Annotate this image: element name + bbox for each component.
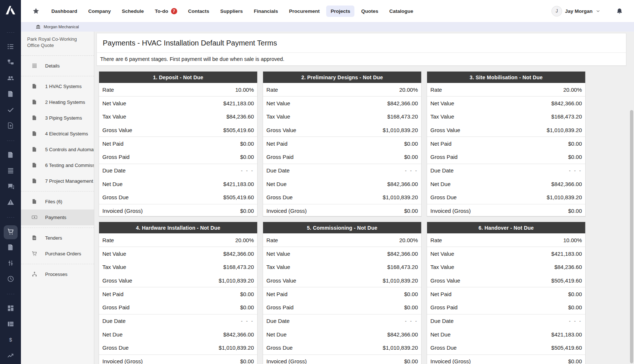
row-value: $0.00 [240,154,254,160]
rail-item-trend[interactable] [0,348,21,364]
rail-item-dashboard[interactable] [0,301,21,317]
row-label: Gross Paid [266,154,294,160]
stage-row-gross-paid: Gross Paid$0.00 [99,301,257,314]
stage-card-header: 5. Commissioning - Not Due [263,222,421,233]
row-label: Net Value [430,100,454,106]
rail-item-wrap [4,257,18,271]
nav-item-schedule[interactable]: Schedule [117,6,148,17]
sidebar-item-tenders[interactable]: Tenders [21,230,94,246]
row-value: $1,010,839.20 [383,277,418,284]
stage-row-gross-due: Gross Due$1,010,839.20 [263,190,421,204]
sidebar-item-1-hvac-systems[interactable]: 1 HVAC Systems [21,79,94,94]
nav-item-label: Catalogue [389,8,413,14]
row-value: $0.00 [240,208,254,214]
app-logo[interactable] [0,0,21,22]
row-label: Gross Value [102,127,132,133]
row-label: Gross Due [102,345,129,351]
sidebar-item-6-testing-and-commissioning[interactable]: 6 Testing and Commissioning [21,157,94,173]
sidebar-item-7-project-management[interactable]: 7 Project Management [21,173,94,189]
rail-item-check[interactable] [0,102,21,118]
rail-item-file-upload[interactable] [0,118,21,134]
favorite-star-icon[interactable] [32,7,40,15]
row-value: $84,236.60 [226,113,254,120]
nav-item-to-do[interactable]: To-do7 [150,5,181,17]
sidebar-item-purchase-orders[interactable]: Purchase Orders [21,246,94,262]
row-label: Gross Value [430,127,460,133]
rail-item-table[interactable] [0,317,21,332]
stage-row-rate: Rate10.00% [427,233,585,247]
rail-item-warning[interactable] [0,195,21,211]
payment-stage-card-2: 2. Preliminary Designs - Not DueRate20.0… [263,71,422,216]
quote-title-line2: Office Quote [27,43,54,48]
rail-item-wrap [4,225,18,239]
nav-item-label: Company [88,8,111,14]
row-value: $421,183.00 [223,181,254,187]
rail-item-list[interactable] [0,39,21,55]
sidebar-item-processes[interactable]: Processes [21,266,94,282]
rail-item-clock[interactable] [0,272,21,287]
sidebar-divider [21,228,94,228]
nav-item-projects[interactable]: Projects [326,6,354,17]
nav-item-contacts[interactable]: Contacts [184,6,214,17]
rail-item-users[interactable] [0,71,21,87]
doc-icon [32,99,37,105]
tune-icon [7,259,14,268]
rail-item-chat[interactable] [0,179,21,195]
avatar: J [551,6,562,17]
row-label: Rate [430,237,442,243]
nav-item-quotes[interactable]: Quotes [357,6,383,17]
rail-item-document[interactable] [0,148,21,163]
todo-count-badge: 7 [171,8,177,14]
sidebar-item-label: Payments [45,215,66,220]
logo-mark-icon [4,4,17,18]
row-label: Due Date [430,318,453,324]
row-value: - - - [405,318,418,324]
sidebar-item-label: Files (6) [45,199,62,204]
row-value: $421,183.00 [223,100,254,106]
rail-item-cart[interactable] [0,224,21,240]
notifications-bell-icon[interactable] [616,8,623,15]
sidebar-item-label: Purchase Orders [45,251,81,256]
nav-item-procurement[interactable]: Procurement [285,6,324,17]
trend-icon [7,352,14,361]
row-label: Net Due [266,331,287,338]
nav-item-label: To-do [155,8,168,14]
row-value: $0.00 [240,141,254,147]
rail-item-dollar[interactable]: $ [0,332,21,348]
nav-item-dashboard[interactable]: Dashboard [47,6,82,17]
sidebar-item-4-electrical-systems[interactable]: 4 Electrical Systems [21,126,94,142]
sidebar-item-details[interactable]: Details [21,58,94,74]
rail-item-rows[interactable] [0,163,21,179]
rail-item-wrap [4,56,18,70]
rail-item-sitemap[interactable] [0,55,21,71]
payments-header-card: Payments - HVAC Installation Default Pay… [96,33,626,66]
rail-item-document[interactable] [0,87,21,102]
rail-item-tune[interactable] [0,256,21,272]
nav-item-suppliers[interactable]: Suppliers [216,6,247,17]
rail-item-document[interactable] [0,240,21,256]
sidebar-item-files-6[interactable]: Files (6) [21,194,94,210]
stage-row-gross-due: Gross Due$505,419.60 [99,190,257,204]
sidebar-item-label: 3 Piping Systems [45,115,82,121]
row-value: $0.00 [240,291,254,297]
row-value: $168,473.20 [387,264,418,270]
doc-icon [32,115,37,121]
processes-icon [32,271,37,277]
stage-row-net-due: Net Due$842,366.00 [263,177,421,190]
stage-row-gross-value: Gross Value$1,010,839.20 [263,123,421,137]
nav-item-financials[interactable]: Financials [249,6,283,17]
sidebar-item-5-controls-and-automation[interactable]: 5 Controls and Automation [21,142,94,157]
payment-stage-card-4: 4. Hardware Installation - Not DueRate20… [99,222,258,364]
vertical-scrollbar[interactable] [630,110,633,363]
stage-row-net-due: Net Due$842,366.00 [99,328,257,341]
nav-item-catalogue[interactable]: Catalogue [385,6,418,17]
row-value: $1,010,839.20 [547,127,582,133]
row-label: Gross Due [102,194,129,200]
sidebar-item-3-piping-systems[interactable]: 3 Piping Systems [21,110,94,126]
company-name[interactable]: Morgan Mechanical [44,25,79,29]
row-label: Tax Value [266,264,290,270]
nav-item-company[interactable]: Company [84,6,116,17]
sidebar-item-2-heating-systems[interactable]: 2 Heating Systems [21,94,94,110]
sidebar-item-payments[interactable]: Payments [21,210,94,225]
user-menu[interactable]: J Jay Morgan [551,6,601,17]
